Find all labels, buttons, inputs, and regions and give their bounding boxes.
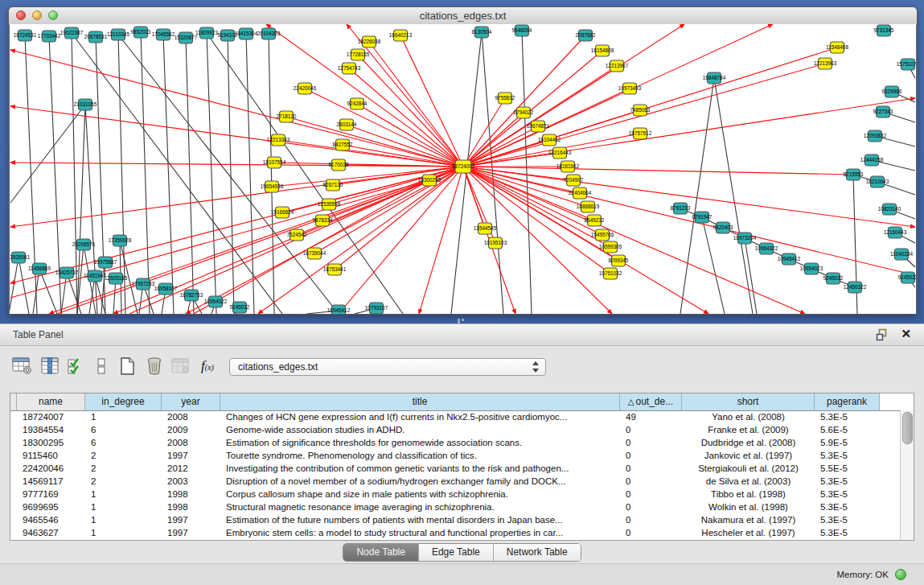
graph-node[interactable]: 12754743 [338,63,361,74]
graph-node[interactable]: 8427552 [333,139,353,150]
table-cell[interactable]: 5.9E-5 [815,436,880,449]
graph-node[interactable]: 21031055 [74,99,97,110]
graph-node[interactable]: 22404664 [569,187,592,199]
scrollbar-thumb[interactable] [902,412,913,444]
table-cell[interactable]: 9699695 [17,501,85,513]
graph-node[interactable]: 9245012 [230,302,250,313]
graph-node[interactable]: 7524542 [287,229,307,241]
graph-node[interactable]: 2803144 [337,119,357,130]
graph-node[interactable]: 12093832 [864,130,887,142]
table-cell[interactable]: 0 [620,526,682,539]
graph-node[interactable]: 12450322 [844,282,867,293]
graph-node[interactable]: 7204907 [564,175,584,186]
table-cell[interactable]: Hescheler et al. (1997) [682,526,815,539]
table-cell[interactable]: 49 [620,410,682,423]
column-header-short[interactable]: short [682,393,815,410]
graph-node[interactable]: 18107554 [263,157,286,168]
table-cell[interactable]: 1997 [162,526,220,539]
graph-node[interactable]: 16154808 [591,45,614,56]
graph-node[interactable]: 8549232 [585,215,605,226]
column-header-name[interactable]: name [17,393,85,410]
graph-node[interactable]: 16782753 [180,290,203,301]
table-cell[interactable]: 6 [85,423,162,436]
table-cell[interactable]: 1997 [162,513,220,526]
table-row[interactable]: 1872400712008Changes of HCN gene express… [10,410,900,423]
table-cell[interactable]: 9465546 [17,513,85,526]
graph-node[interactable]: 9646094 [512,25,532,36]
graph-node[interactable]: 17728155 [347,49,370,60]
column-header-out-de-[interactable]: △out_de... [620,393,682,410]
table-cell[interactable]: 5.3E-5 [815,526,880,539]
memory-indicator-dot[interactable] [895,569,906,580]
network-canvas[interactable]: 1672453117703442190223872067853112110345… [10,24,916,314]
table-cell[interactable]: de Silva et al. (2003) [682,475,815,488]
graph-node[interactable]: 17045562 [152,29,175,40]
graph-node[interactable]: 12444158 [860,154,884,166]
graph-node[interactable]: 20104303 [257,28,281,39]
table-cell[interactable]: 5.6E-5 [815,423,880,436]
table-cell[interactable]: 0 [620,436,682,449]
graph-node[interactable]: 9755812 [495,93,515,104]
graph-node[interactable]: 17359928 [109,235,132,246]
table-cell[interactable]: 2008 [162,410,220,423]
graph-node[interactable]: 9245022 [898,272,916,283]
table-cell[interactable]: Jankovic et al. (1997) [682,449,815,462]
table-row[interactable]: 1938455462009Genome-wide association stu… [10,423,900,436]
table-cell[interactable]: 2 [85,462,162,475]
rows-icon[interactable] [90,355,113,377]
table-cell[interactable]: 18300295 [17,436,85,449]
table-cell[interactable]: 9115460 [17,449,85,462]
graph-node[interactable]: 15751074 [897,59,916,70]
table-cell[interactable]: Changes of HCN gene expression and I(f) … [220,410,620,423]
graph-node[interactable]: 8215953 [844,169,864,180]
table-cell[interactable]: Embryonic stem cells: a model to study s… [220,526,620,539]
graph-node[interactable]: 9852023 [131,27,151,38]
graph-node[interactable]: 16210643 [866,176,889,187]
table-cell[interactable]: 0 [620,462,682,475]
table-cell[interactable]: 5.3E-5 [815,513,880,526]
table-cell[interactable]: Stergiakouli et al. (2012) [682,462,815,475]
table-row[interactable]: 969969511998Structural magnetic resonanc… [10,501,900,513]
table-cell[interactable]: 5.3E-5 [815,475,880,488]
table-cell[interactable]: 1998 [162,488,220,501]
graph-node[interactable]: 13544545 [474,223,497,234]
vertical-scrollbar[interactable] [900,410,914,540]
graph-node[interactable]: 11548408 [826,42,848,53]
graph-node[interactable]: 12110345 [107,29,129,40]
table-row[interactable]: 946362711997Embryonic stem cells: a mode… [10,526,900,539]
table-cell[interactable]: 19384554 [17,423,85,436]
table-cell[interactable]: 9777169 [17,488,85,501]
graph-node[interactable]: 16868619 [577,201,600,212]
column-header-year[interactable]: year [162,393,220,410]
graph-node[interactable]: 13216443 [548,147,572,159]
table-row[interactable]: 1830029562008Estimation of significance … [10,436,900,449]
table-cell[interactable]: Estimation of the future numbers of pati… [220,513,620,526]
graph-node[interactable]: 8130504 [472,27,492,38]
table-source-select[interactable]: citations_edges.txt [229,358,546,376]
table-cell[interactable]: 0 [620,475,682,488]
graph-node[interactable]: 12535598 [318,199,341,210]
graph-node[interactable]: 10195103 [484,237,507,249]
graph-node[interactable]: 18753441 [323,264,347,275]
graph-node[interactable]: 11040334 [890,249,913,260]
table-cell[interactable]: 1 [85,501,162,513]
table-cell[interactable]: 5.3E-5 [815,410,880,423]
graph-node[interactable]: 11456869 [28,263,51,274]
delete-column-icon[interactable] [143,355,166,377]
graph-node[interactable]: 8791233 [671,203,691,214]
table-cell[interactable]: 1 [85,526,162,539]
table-cell[interactable]: 9463627 [17,526,85,539]
table-row[interactable]: 977716911998Corpus callosum shape and si… [10,488,900,501]
table-cell[interactable]: Dudbridge et al. (2008) [682,436,815,449]
graph-node[interactable]: 19166824 [271,207,294,218]
graph-node[interactable]: 17703442 [38,31,61,42]
table-cell[interactable]: 0 [620,423,682,436]
table-cell[interactable]: 2 [85,449,162,462]
graph-node[interactable]: 10823140 [878,204,901,215]
graph-node[interactable]: 18415304 [235,28,258,39]
table-settings-icon[interactable] [11,355,34,377]
table-cell[interactable]: Estimation of significance thresholds fo… [220,436,620,449]
splitter-grip[interactable] [458,319,467,323]
graph-node[interactable]: 16648784 [703,72,726,84]
table-cell[interactable]: Genome-wide association studies in ADHD. [220,423,620,436]
